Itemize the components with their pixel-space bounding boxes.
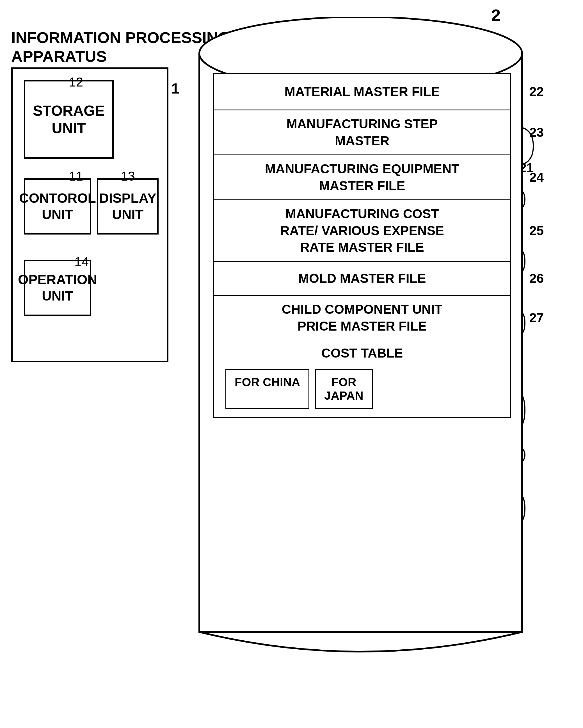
db-sections: MATERIAL MASTER FILE 22 MANUFACTURING ST…: [213, 73, 511, 607]
cost-box-china: FOR CHINA: [225, 369, 309, 409]
cost-table-label: COST TABLE: [214, 340, 510, 363]
db-row-mold: MOLD MASTER FILE 26: [213, 261, 511, 295]
ref-27: 27: [529, 310, 544, 327]
db-row-child-component: CHILD COMPONENT UNIT PRICE MASTER FILE 2…: [213, 295, 511, 340]
database-cylinder: MATERIAL MASTER FILE 22 MANUFACTURING ST…: [196, 17, 539, 663]
db-row-mfg-cost: MANUFACTURING COST RATE/ VARIOUS EXPENSE…: [213, 200, 511, 261]
cost-table-inner: FOR CHINA FOR JAPAN: [214, 363, 510, 417]
operation-unit-box: OPERATION UNIT: [24, 260, 91, 316]
db-row-mfg-equip: MANUFACTURING EQUIPMENT MASTER FILE 24: [213, 154, 511, 200]
ref-22: 22: [529, 83, 544, 100]
cost-box-japan: FOR JAPAN: [315, 369, 372, 409]
display-unit-box: DISPLAY UNIT: [97, 178, 159, 235]
db-row-mfg-step: MANUFACTURING STEP MASTER 23: [213, 109, 511, 154]
ref-23: 23: [529, 124, 544, 141]
ref-24: 24: [529, 169, 544, 186]
cost-table-section: COST TABLE FOR CHINA FOR JAPAN: [213, 340, 511, 418]
ref-26: 26: [529, 270, 544, 287]
control-unit-box: CONTOROL UNIT: [24, 178, 91, 235]
db-row-material: MATERIAL MASTER FILE 22: [213, 73, 511, 109]
storage-unit-box: STORAGE UNIT: [24, 80, 114, 159]
ipa-box: 12 STORAGE UNIT 11 13 CONTOROL UNIT DISP…: [11, 68, 168, 362]
ref-25: 25: [529, 223, 544, 239]
ref-1: 1: [171, 80, 179, 97]
